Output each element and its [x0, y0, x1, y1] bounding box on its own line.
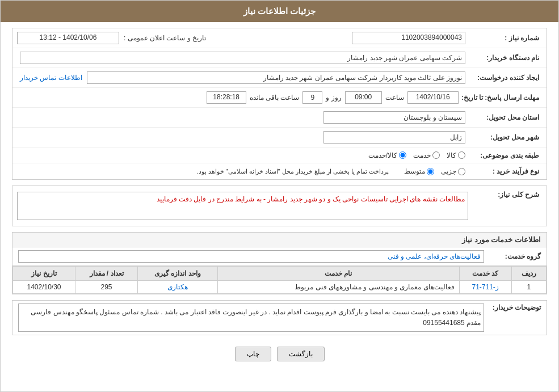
service-group-row: گروه خدمت: فعالیت‌های حرفه‌ای، علمی و فن…	[12, 247, 547, 266]
col-date: تاریخ نیاز	[13, 267, 75, 281]
services-table: ردیف کد خدمت نام خدمت واحد اندازه گیری ت…	[12, 266, 547, 294]
purchase-type-options: جزیی متوسط پرداخت تمام یا بخشی از مبلغ خ…	[17, 166, 468, 176]
buyer-notes-label: توضیحات خریدار:	[484, 304, 541, 332]
remaining-time-box: 18:28:18	[207, 91, 246, 104]
page-container: جزئیات اطلاعات نیاز شماره نیاز : 1102003…	[0, 0, 559, 392]
announce-date-box: 1402/10/06 - 13:12	[17, 32, 119, 44]
remaining-label: ساعت باقی مانده	[250, 94, 300, 102]
content-area: شماره نیاز : 1102003894000043 تاریخ و سا…	[1, 22, 558, 373]
buyer-org-row: نام دستگاه خریدار: شرکت سهامی عمران شهر …	[12, 48, 547, 68]
page-header: جزئیات اطلاعات نیاز	[1, 1, 558, 22]
province-input: سیستان و بلوچستان	[323, 111, 465, 124]
need-number-label: شماره نیاز :	[468, 34, 542, 42]
province-value-wrapper: سیستان و بلوچستان	[17, 110, 468, 125]
col-unit: واحد اندازه گیری	[137, 267, 217, 281]
col-qty: تعداد / مقدار	[75, 267, 138, 281]
page-title: جزئیات اطلاعات نیاز	[243, 6, 316, 16]
announce-label: تاریخ و ساعت اعلان عمومی :	[124, 34, 206, 42]
category-option-kala[interactable]: کالا	[447, 151, 465, 159]
need-number-input[interactable]: 1102003894000043	[352, 32, 465, 44]
services-table-head: ردیف کد خدمت نام خدمت واحد اندازه گیری ت…	[13, 267, 547, 281]
purchase-description: پرداخت تمام یا بخشی از مبلغ خریداز محل "…	[196, 168, 389, 175]
category-option-khedmat[interactable]: خدمت	[413, 151, 440, 159]
need-desc-box: مطالعات نقشه های اجرایی تاسیسات نواحی یک…	[17, 192, 468, 220]
category-radio-group: کالا خدمت کالا/خدمت	[20, 151, 465, 159]
province-row: استان محل تحویل: سیستان و بلوچستان	[12, 108, 547, 128]
buyer-notes-row: توضیحات خریدار: پیشنهاد دهنده می بایست ن…	[12, 301, 547, 335]
purchase-option-motavasset[interactable]: متوسط	[404, 167, 434, 175]
requester-label: ایجاد کننده درخواست:	[468, 74, 542, 82]
deadline-inner-row: 1402/10/16 ساعت 09:00 روز و 9 ساعت باقی …	[20, 91, 459, 104]
category-radio-kala-khedmat[interactable]	[399, 151, 406, 159]
city-value-wrapper: زابل	[17, 130, 468, 145]
services-table-body: 1 ز-711-71 فعالیت‌های معماری و مهندسی و …	[13, 281, 547, 294]
col-code: کد خدمت	[459, 267, 511, 281]
need-desc-row: شرح کلی نیاز: مطالعات نقشه های اجرایی تا…	[12, 186, 547, 226]
purchase-radio-motavasset[interactable]	[427, 168, 434, 175]
category-label-kala-khedmat: کالا/خدمت	[368, 151, 397, 159]
purchase-option-jozi[interactable]: جزیی	[441, 167, 465, 175]
need-number-row: شماره نیاز : 1102003894000043 تاریخ و سا…	[12, 28, 547, 48]
category-row: طبقه بندی موضوعی: کالا خدمت	[12, 147, 547, 163]
category-label: طبقه بندی موضوعی:	[468, 151, 542, 159]
need-desc-label: شرح کلی نیاز:	[468, 189, 542, 199]
deadline-time-box: 09:00	[345, 91, 382, 104]
cell-code: ز-711-71	[459, 281, 511, 294]
service-info-title: اطلاعات خدمات مورد نیاز	[12, 233, 547, 247]
purchase-type-label: نوع فرآیند خرید :	[468, 167, 542, 175]
cell-row: 1	[511, 281, 546, 294]
category-label-kala: کالا	[447, 151, 456, 159]
cell-name: فعالیت‌های معماری و مهندسی و مشاورههای ف…	[217, 281, 459, 294]
cell-qty: 295	[75, 281, 138, 294]
table-row: 1 ز-711-71 فعالیت‌های معماری و مهندسی و …	[13, 281, 547, 294]
province-label: استان محل تحویل:	[468, 113, 542, 121]
category-radio-kala[interactable]	[458, 151, 465, 159]
category-label-khedmat: خدمت	[413, 151, 431, 159]
category-options: کالا خدمت کالا/خدمت	[17, 150, 468, 161]
service-group-label: گروه خدمت:	[484, 252, 541, 260]
requester-input: نوروز علی ثالث موید کاربردار شرکت سهامی …	[87, 71, 465, 84]
requester-row: ایجاد کننده درخواست: نوروز علی ثالث موید…	[12, 68, 547, 88]
deadline-time-label: ساعت	[385, 94, 404, 102]
city-row: شهر محل تحویل: زابل	[12, 128, 547, 147]
buttons-row: بازگشت چاپ	[12, 341, 547, 367]
services-table-wrapper: ردیف کد خدمت نام خدمت واحد اندازه گیری ت…	[12, 266, 547, 294]
deadline-row: مهلت ارسال پاسخ: تا تاریخ: 1402/10/16 سا…	[12, 88, 547, 108]
purchase-label-motavasset: متوسط	[404, 167, 425, 175]
buyer-notes-text: پیشنهاد دهنده می بایست نسبت به امضا و با…	[31, 308, 481, 327]
buyer-org-value-wrapper: شرکت سهامی عمران شهر جدید رامشار	[17, 50, 468, 65]
col-row: ردیف	[511, 267, 546, 281]
need-desc-section: شرح کلی نیاز: مطالعات نقشه های اجرایی تا…	[12, 186, 547, 226]
service-group-value: فعالیت‌های حرفه‌ای، علمی و فنی	[388, 252, 481, 260]
deadline-days-box: 9	[302, 91, 322, 104]
need-number-value-wrapper: 1102003894000043	[206, 31, 468, 45]
cell-date: 1402/10/30	[13, 281, 75, 294]
purchase-radio-jozi[interactable]	[458, 168, 465, 175]
city-label: شهر محل تحویل:	[468, 133, 542, 141]
services-table-header-row: ردیف کد خدمت نام خدمت واحد اندازه گیری ت…	[13, 267, 547, 281]
back-button[interactable]: بازگشت	[277, 347, 325, 361]
deadline-days-label: روز و	[326, 94, 341, 102]
purchase-type-radio-group: جزیی متوسط پرداخت تمام یا بخشی از مبلغ خ…	[20, 167, 465, 175]
buyer-org-label: نام دستگاه خریدار:	[468, 54, 542, 62]
purchase-label-jozi: جزیی	[441, 167, 456, 175]
main-info-section: شماره نیاز : 1102003894000043 تاریخ و سا…	[12, 28, 547, 180]
cell-unit: هکتاری	[137, 281, 217, 294]
service-info-section: اطلاعات خدمات مورد نیاز گروه خدمت: فعالی…	[12, 232, 547, 294]
deadline-values: 1402/10/16 ساعت 09:00 روز و 9 ساعت باقی …	[17, 90, 461, 105]
contact-link[interactable]: اطلاعات تماس خریدار	[20, 74, 82, 82]
requester-value-wrapper: نوروز علی ثالث موید کاربردار شرکت سهامی …	[17, 70, 468, 85]
purchase-type-row: نوع فرآیند خرید : جزیی متوسط پرداخت تمام…	[12, 163, 547, 179]
category-radio-khedmat[interactable]	[432, 151, 440, 159]
deadline-date-box: 1402/10/16	[407, 91, 459, 104]
category-option-kala-khedmat[interactable]: کالا/خدمت	[368, 151, 406, 159]
print-button[interactable]: چاپ	[235, 347, 271, 361]
service-group-input: فعالیت‌های حرفه‌ای، علمی و فنی	[18, 250, 484, 263]
buyer-notes-section: توضیحات خریدار: پیشنهاد دهنده می بایست ن…	[12, 300, 547, 335]
buyer-org-input: شرکت سهامی عمران شهر جدید رامشار	[20, 52, 465, 64]
deadline-label: مهلت ارسال پاسخ: تا تاریخ:	[461, 94, 542, 102]
need-desc-text: مطالعات نقشه های اجرایی تاسیسات نواحی یک…	[157, 195, 465, 203]
buyer-notes-box: پیشنهاد دهنده می بایست نسبت به امضا و با…	[18, 304, 484, 332]
col-name: نام خدمت	[217, 267, 459, 281]
city-input: زابل	[323, 131, 465, 144]
